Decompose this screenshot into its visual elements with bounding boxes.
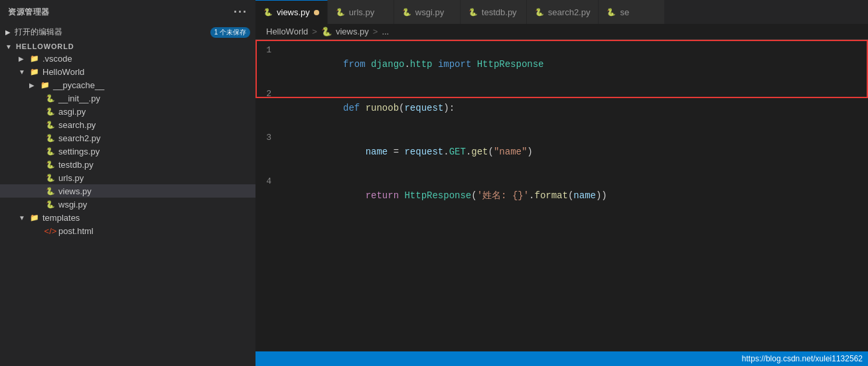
tab-views-label: views.py <box>277 7 310 17</box>
line-code-2: def runoob(request): <box>282 86 868 130</box>
breadcrumb: HelloWorld > 🐍 views.py > ... <box>255 24 868 40</box>
html-icon: </> <box>45 225 56 236</box>
open-editors-bar[interactable]: ▶ 打开的编辑器 1 个未保存 <box>0 25 255 40</box>
sidebar: 资源管理器 ··· ▶ 打开的编辑器 1 个未保存 ▼ HELLOWORLD ▶… <box>0 0 255 366</box>
python-icon: 🐍 <box>45 133 56 143</box>
statusbar: https://blog.csdn.net/xulei1132562 <box>255 351 868 366</box>
python-tab-icon: 🐍 <box>607 8 616 17</box>
line-code-3: name = request.GET.get("name") <box>282 130 868 174</box>
tab-wsgi[interactable]: 🐍 wsgi.py <box>394 0 461 24</box>
sidebar-item-asgi[interactable]: 🐍 asgi.py <box>0 105 255 118</box>
folder-icon: 📁 <box>29 212 40 223</box>
editor-area: 🐍 views.py 🐍 urls.py 🐍 wsgi.py 🐍 testdb.… <box>255 0 868 366</box>
sidebar-header: 资源管理器 ··· <box>0 0 255 25</box>
line-num-2: 2 <box>255 87 282 101</box>
python-icon: 🐍 <box>45 159 56 170</box>
line-num-1: 1 <box>255 43 282 58</box>
tab-more-label: se <box>620 7 629 17</box>
open-editors-chevron-icon: ▶ <box>5 29 11 36</box>
code-editor[interactable]: 1 from django.http import HttpResponse 2… <box>255 40 868 351</box>
tab-wsgi-label: wsgi.py <box>415 7 444 17</box>
python-icon: 🐍 <box>45 106 56 117</box>
python-icon: 🐍 <box>45 146 56 156</box>
sidebar-item-search2[interactable]: 🐍 search2.py <box>0 131 255 145</box>
line-code-4: return HttpResponse('姓名: {}'.format(name… <box>282 174 868 217</box>
sidebar-item-pycache[interactable]: ▶ 📁 __pycache__ <box>0 78 255 91</box>
breadcrumb-root: HelloWorld <box>266 27 308 36</box>
sidebar-item-init[interactable]: 🐍 __init__.py <box>0 91 255 105</box>
python-tab-icon: 🐍 <box>336 8 345 17</box>
file-tree: ▼ HELLOWORLD ▶ 📁 .vscode ▼ 📁 HelloWorld … <box>0 40 255 366</box>
sidebar-item-post-html[interactable]: </> post.html <box>0 224 255 237</box>
tab-urls[interactable]: 🐍 urls.py <box>328 0 394 24</box>
helloworld-chevron-icon: ▼ <box>19 68 27 76</box>
sidebar-item-testdb[interactable]: 🐍 testdb.py <box>0 158 255 171</box>
tree-root-folder[interactable]: ▼ HELLOWORLD <box>0 41 255 52</box>
sidebar-item-helloworld-folder[interactable]: ▼ 📁 HelloWorld <box>0 65 255 78</box>
code-line-3: 3 name = request.GET.get("name") <box>255 130 868 174</box>
sidebar-item-vscode[interactable]: ▶ 📁 .vscode <box>0 52 255 65</box>
unsaved-count-badge: 1 个未保存 <box>210 27 250 38</box>
folder-icon: 📁 <box>29 66 40 77</box>
python-icon: 🐍 <box>45 119 56 130</box>
sidebar-title: 资源管理器 <box>8 7 50 18</box>
tab-more[interactable]: 🐍 se <box>599 0 665 24</box>
unsaved-dot <box>314 10 319 15</box>
line-num-3: 3 <box>255 131 282 145</box>
sidebar-item-views[interactable]: 🐍 views.py <box>0 184 255 198</box>
folder-icon: 📁 <box>40 80 50 90</box>
code-line-1: 1 from django.http import HttpResponse <box>255 42 868 86</box>
line-num-4: 4 <box>255 174 282 189</box>
python-tab-icon: 🐍 <box>535 8 544 17</box>
python-tab-icon: 🐍 <box>402 8 411 17</box>
statusbar-url: https://blog.csdn.net/xulei1132562 <box>742 354 863 363</box>
breadcrumb-file-icon: 🐍 <box>321 27 332 36</box>
tab-search2[interactable]: 🐍 search2.py <box>527 0 599 24</box>
sidebar-item-templates-folder[interactable]: ▼ 📁 templates <box>0 211 255 224</box>
code-container: 1 from django.http import HttpResponse 2… <box>255 40 868 220</box>
root-chevron-icon: ▼ <box>5 43 13 50</box>
tab-testdb[interactable]: 🐍 testdb.py <box>461 0 527 24</box>
sidebar-item-search[interactable]: 🐍 search.py <box>0 118 255 131</box>
tab-search2-label: search2.py <box>548 7 591 17</box>
python-icon: 🐍 <box>45 93 56 103</box>
tree-root: ▼ HELLOWORLD ▶ 📁 .vscode ▼ 📁 HelloWorld … <box>0 40 255 239</box>
sidebar-item-settings[interactable]: 🐍 settings.py <box>0 145 255 158</box>
tabs-bar: 🐍 views.py 🐍 urls.py 🐍 wsgi.py 🐍 testdb.… <box>255 0 868 24</box>
code-line-4: 4 return HttpResponse('姓名: {}'.format(na… <box>255 174 868 217</box>
sidebar-item-urls[interactable]: 🐍 urls.py <box>0 171 255 184</box>
open-editors-label: 打开的编辑器 <box>15 27 206 38</box>
breadcrumb-file: views.py <box>336 27 369 36</box>
pycache-chevron-icon: ▶ <box>29 82 37 89</box>
tab-views[interactable]: 🐍 views.py <box>255 0 328 24</box>
tab-urls-label: urls.py <box>349 7 374 17</box>
breadcrumb-trail: ... <box>382 27 389 36</box>
templates-chevron-icon: ▼ <box>19 214 27 221</box>
sidebar-options-button[interactable]: ··· <box>234 5 248 19</box>
python-icon: 🐍 <box>45 186 56 196</box>
breadcrumb-sep2: > <box>373 27 378 36</box>
sidebar-item-wsgi[interactable]: 🐍 wsgi.py <box>0 198 255 211</box>
breadcrumb-sep1: > <box>312 27 317 36</box>
code-line-2: 2 def runoob(request): <box>255 86 868 130</box>
python-icon: 🐍 <box>45 199 56 210</box>
tab-testdb-label: testdb.py <box>482 7 517 17</box>
python-tab-icon: 🐍 <box>263 8 273 17</box>
python-tab-icon: 🐍 <box>469 8 478 17</box>
python-icon: 🐍 <box>45 172 56 183</box>
folder-icon: 📁 <box>29 53 40 64</box>
line-code-1: from django.http import HttpResponse <box>282 42 868 86</box>
vscode-chevron-icon: ▶ <box>19 55 27 62</box>
